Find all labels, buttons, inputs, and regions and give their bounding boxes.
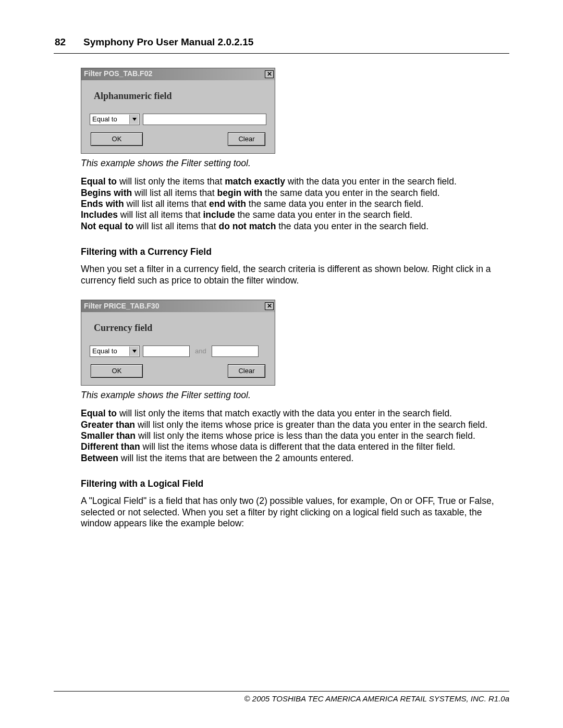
- field-type-label: Currency field: [94, 323, 266, 334]
- text: the same data you enter in the search fi…: [235, 209, 412, 220]
- currency-operator-definitions: Equal to will list only the items that m…: [81, 408, 503, 464]
- operator-value: Equal to: [92, 115, 117, 124]
- svg-marker-1: [132, 350, 137, 353]
- header-divider: [54, 53, 509, 54]
- dialog-button-row: OK Clear: [90, 364, 266, 378]
- and-label: and: [193, 347, 209, 355]
- alpha-operator-definitions: Equal to will list only the items that m…: [81, 176, 503, 232]
- definition-line: Smaller than will list only the items wh…: [81, 430, 503, 441]
- filter-dialog-alphanumeric: Filter POS_TAB.F02 ✕ Alphanumeric field …: [81, 68, 275, 154]
- footer-divider: [54, 691, 509, 692]
- term: Begins with: [81, 188, 132, 198]
- term: Equal to: [81, 176, 117, 187]
- operator-select[interactable]: Equal to: [90, 346, 140, 357]
- definition-line: Greater than will list only the items wh…: [81, 419, 503, 430]
- term: Smaller than: [81, 430, 136, 441]
- term: Not equal to: [81, 221, 133, 231]
- close-button[interactable]: ✕: [265, 302, 274, 310]
- term: Ends with: [81, 199, 124, 209]
- text: will list the items whose data is differ…: [140, 441, 456, 452]
- definition-line: Between will list the items that are bet…: [81, 453, 503, 464]
- dialog-body: Currency field Equal to and OK Clear: [81, 312, 275, 385]
- dialog-body: Alphanumeric field Equal to OK Clear: [81, 80, 275, 153]
- filter-value-to-input[interactable]: [212, 346, 259, 357]
- text: will list the items that are between the…: [118, 453, 353, 463]
- logical-intro-paragraph: A "Logical Field" is a field that has on…: [81, 496, 503, 529]
- text: will list only the items whose price is …: [135, 419, 487, 430]
- term: Different than: [81, 441, 140, 452]
- definition-line: Not equal to will list all items that do…: [81, 221, 503, 232]
- manual-page: 82 Symphony Pro User Manual 2.0.2.15 Fil…: [0, 0, 563, 728]
- dialog-title: Filter POS_TAB.F02: [84, 69, 152, 78]
- definition-line: Different than will list the items whose…: [81, 441, 503, 452]
- term-mid: do not match: [218, 221, 276, 231]
- ok-label: OK: [112, 367, 122, 375]
- filter-dialog-currency: Filter PRICE_TAB.F30 ✕ Currency field Eq…: [81, 300, 275, 386]
- footer-copyright: © 2005 TOSHIBA TEC AMERICA AMERICA RETAI…: [244, 694, 509, 703]
- manual-title: Symphony Pro User Manual 2.0.2.15: [83, 36, 253, 48]
- definition-line: Includes will list all items that includ…: [81, 209, 503, 220]
- operator-select[interactable]: Equal to: [90, 114, 140, 125]
- figure-caption: This example shows the Filter setting to…: [81, 158, 503, 169]
- definition-line: Equal to will list only the items that m…: [81, 408, 503, 419]
- figure-caption: This example shows the Filter setting to…: [81, 390, 503, 401]
- chevron-down-icon: [129, 347, 139, 356]
- dialog-title: Filter PRICE_TAB.F30: [84, 302, 159, 311]
- currency-intro-paragraph: When you set a filter in a currency fiel…: [81, 264, 503, 286]
- criteria-row: Equal to and: [90, 346, 266, 357]
- text: will list all items that: [133, 221, 218, 231]
- term: Includes: [81, 209, 118, 220]
- section-heading-currency: Filtering with a Currency Field: [81, 246, 503, 257]
- criteria-row: Equal to: [90, 114, 266, 125]
- page-number: 82: [55, 36, 83, 48]
- text: will list only the items that: [117, 176, 225, 187]
- definition-line: Begins with will list all items that beg…: [81, 188, 503, 199]
- text: the same data you enter in the search fi…: [262, 188, 439, 198]
- page-header: 82 Symphony Pro User Manual 2.0.2.15: [55, 36, 508, 48]
- term-mid: end with: [209, 199, 246, 209]
- clear-label: Clear: [238, 367, 254, 375]
- term-mid: begin with: [217, 188, 263, 198]
- clear-button[interactable]: Clear: [228, 364, 265, 378]
- text: with the data you enter in the search fi…: [285, 176, 457, 187]
- term: Greater than: [81, 419, 135, 430]
- term-mid: include: [203, 209, 235, 220]
- text: will list all items that: [124, 199, 209, 209]
- svg-marker-0: [132, 118, 137, 121]
- dialog-titlebar: Filter PRICE_TAB.F30 ✕: [81, 300, 275, 312]
- definition-line: Equal to will list only the items that m…: [81, 176, 503, 187]
- clear-button[interactable]: Clear: [228, 132, 265, 146]
- term-mid: match exactly: [225, 176, 285, 187]
- term: Between: [81, 453, 118, 463]
- clear-label: Clear: [238, 135, 254, 143]
- filter-value-input[interactable]: [143, 114, 266, 125]
- text: the same data you enter in the search fi…: [246, 199, 423, 209]
- field-type-label: Alphanumeric field: [94, 91, 266, 102]
- filter-value-from-input[interactable]: [143, 346, 190, 357]
- text: will list all items that: [132, 188, 217, 198]
- ok-button[interactable]: OK: [91, 364, 143, 378]
- page-content: Filter POS_TAB.F02 ✕ Alphanumeric field …: [81, 68, 503, 542]
- section-heading-logical: Filtering with a Logical Field: [81, 478, 503, 489]
- operator-value: Equal to: [92, 347, 117, 355]
- close-icon: ✕: [267, 303, 272, 309]
- text: will list only the items that match exac…: [117, 408, 452, 418]
- close-icon: ✕: [267, 71, 272, 77]
- dialog-button-row: OK Clear: [90, 132, 266, 146]
- definition-line: Ends with will list all items that end w…: [81, 199, 503, 209]
- dialog-titlebar: Filter POS_TAB.F02 ✕: [81, 68, 275, 80]
- term: Equal to: [81, 408, 117, 418]
- close-button[interactable]: ✕: [265, 70, 274, 78]
- text: will list only the items whose price is …: [136, 430, 475, 441]
- ok-button[interactable]: OK: [91, 132, 143, 146]
- ok-label: OK: [112, 135, 122, 143]
- text: the data you enter in the search field.: [276, 221, 429, 231]
- chevron-down-icon: [129, 115, 139, 124]
- text: will list all items that: [118, 209, 203, 220]
